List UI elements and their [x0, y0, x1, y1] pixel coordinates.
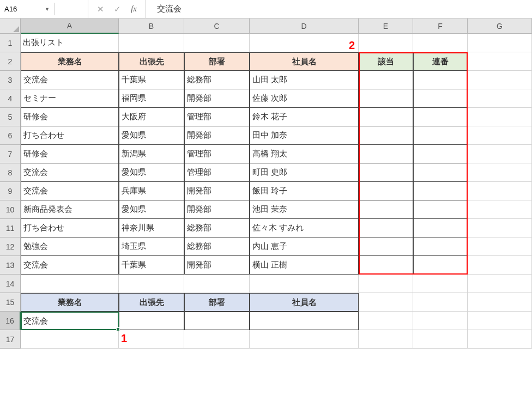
cell[interactable] — [468, 145, 532, 163]
cell[interactable] — [359, 275, 413, 293]
cell[interactable]: 愛知県 — [119, 163, 184, 182]
cell[interactable]: 愛知県 — [119, 126, 184, 145]
col-header-B[interactable]: B — [119, 19, 184, 34]
cell[interactable] — [468, 126, 532, 145]
cell[interactable] — [359, 126, 413, 145]
cell[interactable]: 部署 — [184, 293, 250, 312]
name-box-dropdown-icon[interactable]: ▼ — [45, 7, 50, 12]
row-header-15[interactable]: 15 — [0, 293, 21, 312]
cell[interactable] — [250, 312, 359, 330]
cell[interactable] — [468, 200, 532, 219]
cell[interactable]: 千葉県 — [119, 71, 184, 89]
cell[interactable]: 山田 太郎 — [250, 71, 359, 89]
cell[interactable] — [413, 126, 468, 145]
cell[interactable] — [413, 200, 468, 219]
cell[interactable]: 総務部 — [184, 219, 250, 237]
cell[interactable]: 愛知県 — [119, 200, 184, 219]
cell[interactable]: 町田 史郎 — [250, 163, 359, 182]
cell[interactable]: 兵庫県 — [119, 182, 184, 200]
cell[interactable]: 業務名 — [21, 52, 119, 71]
cell[interactable] — [413, 256, 468, 275]
cell[interactable] — [359, 182, 413, 200]
cell[interactable]: 横山 正樹 — [250, 256, 359, 275]
cell[interactable]: 佐藤 次郎 — [250, 89, 359, 108]
cell[interactable]: 部署 — [184, 52, 250, 71]
cell[interactable] — [413, 108, 468, 126]
cell[interactable] — [413, 237, 468, 256]
col-header-E[interactable]: E — [359, 19, 413, 34]
cell[interactable]: 交流会 — [21, 71, 119, 89]
cell[interactable] — [413, 182, 468, 200]
col-header-C[interactable]: C — [184, 19, 250, 34]
cell[interactable] — [468, 237, 532, 256]
cell[interactable]: 出張先 — [119, 52, 184, 71]
row-header-10[interactable]: 10 — [0, 200, 21, 219]
cell[interactable] — [468, 182, 532, 200]
cell[interactable] — [468, 312, 532, 330]
cell[interactable]: 千葉県 — [119, 256, 184, 275]
cell[interactable]: 総務部 — [184, 237, 250, 256]
cell[interactable]: 管理部 — [184, 145, 250, 163]
cell[interactable] — [359, 145, 413, 163]
row-header-17[interactable]: 17 — [0, 330, 21, 349]
fx-icon[interactable]: fx — [131, 4, 137, 14]
cell[interactable]: 神奈川県 — [119, 219, 184, 237]
cell[interactable] — [359, 163, 413, 182]
cell[interactable]: 開発部 — [184, 126, 250, 145]
cell[interactable]: 交流会 — [21, 256, 119, 275]
row-header-1[interactable]: 1 — [0, 34, 21, 52]
cell[interactable]: 鈴木 花子 — [250, 108, 359, 126]
cell[interactable] — [359, 89, 413, 108]
cell[interactable]: 開発部 — [184, 89, 250, 108]
cell[interactable] — [21, 275, 119, 293]
cell[interactable] — [119, 312, 184, 330]
cell[interactable]: 社員名 — [250, 293, 359, 312]
cell[interactable]: 福岡県 — [119, 89, 184, 108]
col-header-F[interactable]: F — [413, 19, 468, 34]
row-header-9[interactable]: 9 — [0, 182, 21, 200]
cell[interactable]: 研修会 — [21, 145, 119, 163]
cell[interactable]: 交流会 — [21, 182, 119, 200]
row-header-4[interactable]: 4 — [0, 89, 21, 108]
cell[interactable] — [359, 200, 413, 219]
cell[interactable] — [413, 163, 468, 182]
cell[interactable] — [413, 34, 468, 52]
cell[interactable] — [21, 330, 119, 349]
cell[interactable] — [359, 293, 413, 312]
cell[interactable] — [468, 275, 532, 293]
cell[interactable]: 新商品発表会 — [21, 200, 119, 219]
cell[interactable]: 埼玉県 — [119, 237, 184, 256]
row-header-14[interactable]: 14 — [0, 275, 21, 293]
cell[interactable]: 飯田 玲子 — [250, 182, 359, 200]
cell[interactable]: 内山 恵子 — [250, 237, 359, 256]
cell[interactable] — [359, 237, 413, 256]
formula-input[interactable]: 交流会 — [146, 2, 192, 16]
cell[interactable]: 打ち合わせ — [21, 126, 119, 145]
cell[interactable] — [413, 71, 468, 89]
cell[interactable] — [119, 330, 184, 349]
cell[interactable] — [250, 330, 359, 349]
cell[interactable]: 打ち合わせ — [21, 219, 119, 237]
cell[interactable]: 研修会 — [21, 108, 119, 126]
row-header-13[interactable]: 13 — [0, 256, 21, 275]
cell[interactable] — [413, 89, 468, 108]
cell[interactable] — [468, 71, 532, 89]
cell[interactable] — [359, 256, 413, 275]
cell[interactable] — [468, 108, 532, 126]
cell[interactable]: 交流会 — [21, 163, 119, 182]
cell[interactable] — [359, 71, 413, 89]
cell[interactable]: 開発部 — [184, 256, 250, 275]
cell[interactable]: 社員名 — [250, 52, 359, 71]
cell[interactable] — [413, 145, 468, 163]
row-header-6[interactable]: 6 — [0, 126, 21, 145]
cell[interactable] — [184, 34, 250, 52]
cell[interactable]: 出張リスト — [21, 34, 119, 52]
cell[interactable] — [468, 330, 532, 349]
cell[interactable] — [250, 34, 359, 52]
cell[interactable] — [359, 108, 413, 126]
cell[interactable]: 新潟県 — [119, 145, 184, 163]
cell[interactable]: 大阪府 — [119, 108, 184, 126]
cell[interactable]: 佐々木 すみれ — [250, 219, 359, 237]
cell[interactable]: 開発部 — [184, 182, 250, 200]
row-header-16[interactable]: 16 — [0, 312, 21, 330]
